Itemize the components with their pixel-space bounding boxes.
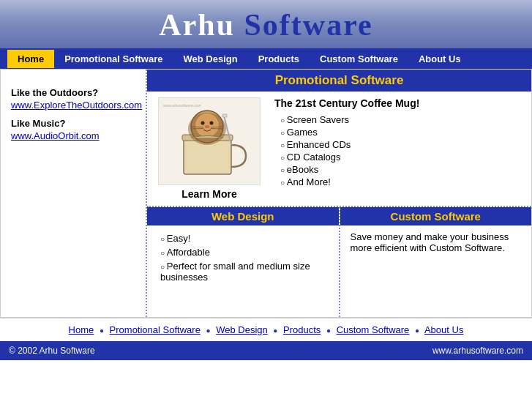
wd-feature-small-business: Perfect for small and medium size busine…: [160, 259, 329, 284]
footer-nav-about-us[interactable]: About Us: [424, 324, 463, 335]
feature-games: Games: [280, 126, 524, 138]
title-software: Software: [244, 8, 373, 42]
custom-software-header: Custom Software: [340, 207, 532, 225]
promo-features-list: Screen Savers Games Enhanced CDs CD Cata…: [274, 113, 524, 188]
svg-point-7: [210, 122, 214, 125]
footer-nav: Home ● Promotional Software ● Web Design…: [0, 318, 532, 341]
svg-rect-14: [222, 114, 227, 117]
footer-nav-products[interactable]: Products: [283, 324, 321, 335]
promo-image-area: www.arhusoftware.com: [154, 97, 264, 200]
svg-point-6: [201, 122, 205, 125]
separator-1: ●: [100, 327, 104, 335]
nav-products[interactable]: Products: [248, 50, 310, 68]
mug-svg: www.arhusoftware.com: [162, 101, 257, 182]
svg-text:www.arhusoftware.com: www.arhusoftware.com: [163, 103, 201, 108]
promo-section: Promotional Software www.arhusoftware.co…: [147, 70, 531, 207]
bottom-sections: Web Design Easy! Affordable Perfect for …: [147, 207, 531, 317]
web-design-body: Easy! Affordable Perfect for small and m…: [147, 225, 339, 290]
sidebar-heading-outdoors: Like the Outdoors?: [11, 87, 135, 98]
custom-software-section: Custom Software Save money and make your…: [340, 207, 532, 317]
promo-body: www.arhusoftware.com: [147, 92, 531, 206]
nav-web-design[interactable]: Web Design: [173, 50, 247, 68]
nav-about-us[interactable]: About Us: [408, 50, 471, 68]
feature-ebooks: eBooks: [280, 163, 524, 176]
web-design-section: Web Design Easy! Affordable Perfect for …: [147, 207, 340, 317]
footer-nav-promotional-software[interactable]: Promotional Software: [110, 324, 201, 335]
content-area: Promotional Software www.arhusoftware.co…: [147, 70, 531, 317]
separator-4: ●: [326, 327, 331, 335]
navbar: Home Promotional Software Web Design Pro…: [0, 48, 532, 69]
web-design-features-list: Easy! Affordable Perfect for small and m…: [157, 231, 329, 284]
custom-software-body: Save money and make your business more e…: [340, 225, 532, 259]
feature-and-more: And More!: [280, 176, 524, 188]
site-title: Arhu Software: [0, 7, 532, 42]
title-arhu: Arhu: [159, 8, 235, 42]
site-header: Arhu Software: [0, 0, 532, 48]
learn-more-label[interactable]: Learn More: [181, 188, 236, 200]
svg-point-8: [205, 125, 209, 128]
mug-title: The 21st Century Coffee Mug!: [274, 97, 524, 109]
svg-line-10: [191, 129, 203, 130]
sidebar-link-outdoors[interactable]: www.ExploreTheOutdoors.com: [11, 100, 135, 111]
footer-copyright: © 2002 Arhu Software: [9, 346, 95, 356]
main-content: Like the Outdoors? www.ExploreTheOutdoor…: [0, 69, 532, 318]
sidebar-link-music[interactable]: www.AudioOrbit.com: [11, 130, 135, 141]
promo-illustration: www.arhusoftware.com: [158, 97, 261, 185]
footer-nav-web-design[interactable]: Web Design: [216, 324, 268, 335]
separator-3: ●: [273, 327, 277, 335]
separator-2: ●: [206, 327, 210, 335]
custom-software-description: Save money and make your business more e…: [351, 231, 522, 253]
promo-header: Promotional Software: [147, 70, 531, 92]
footer-nav-home[interactable]: Home: [69, 324, 94, 335]
nav-promotional-software[interactable]: Promotional Software: [54, 50, 173, 68]
footer-nav-custom-software[interactable]: Custom Software: [337, 324, 410, 335]
feature-enhanced-cds: Enhanced CDs: [280, 138, 524, 151]
sidebar-heading-music: Like Music?: [11, 118, 135, 129]
feature-cd-catalogs: CD Catalogs: [280, 151, 524, 163]
separator-5: ●: [415, 327, 419, 335]
nav-custom-software[interactable]: Custom Software: [310, 50, 408, 68]
wd-feature-easy: Easy!: [160, 231, 329, 245]
nav-home[interactable]: Home: [7, 50, 54, 68]
footer-website: www.arhusoftware.com: [432, 346, 523, 356]
wd-feature-affordable: Affordable: [160, 245, 329, 259]
web-design-header: Web Design: [147, 207, 339, 225]
svg-line-12: [211, 129, 223, 130]
site-footer: © 2002 Arhu Software www.arhusoftware.co…: [0, 341, 532, 360]
promo-details: The 21st Century Coffee Mug! Screen Save…: [264, 97, 524, 200]
sidebar: Like the Outdoors? www.ExploreTheOutdoor…: [1, 70, 147, 317]
feature-screen-savers: Screen Savers: [280, 113, 524, 126]
